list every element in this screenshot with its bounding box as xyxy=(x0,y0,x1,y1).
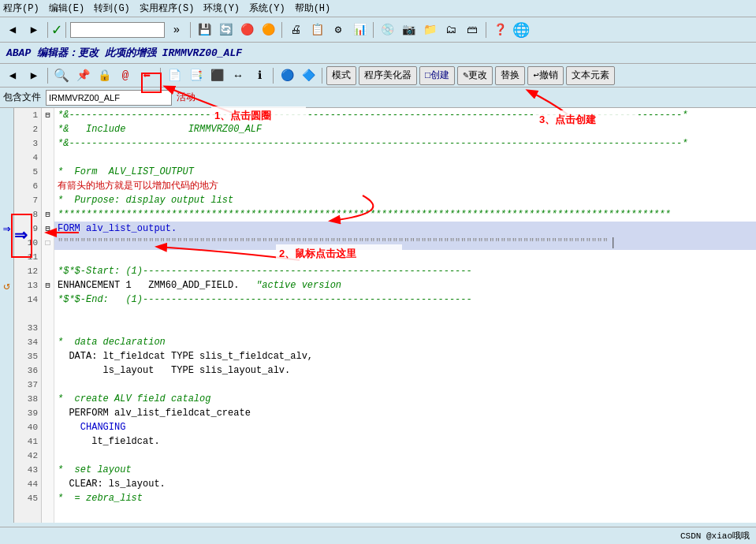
title-bar: ABAP 编辑器：更改 此项的增强 IRMMVRZ00_ALF xyxy=(0,43,756,64)
code-line-7: * Purpose: display output list xyxy=(54,193,756,207)
icon-btn-1[interactable]: 🔄 xyxy=(216,20,235,39)
code-line-12: *$*$-Start: (1)-------------------------… xyxy=(54,264,756,278)
code-line-34: * data declaration xyxy=(54,335,756,349)
file-bar: 包含文件 活动 xyxy=(0,88,756,108)
code-line-6: 有箭头的地方就是可以增加代码的地方 xyxy=(54,179,756,193)
icon-btn-12[interactable]: 🗃 xyxy=(463,20,482,39)
line-numbers: 1 2 3 4 5 6 7 8 9 10 11 12 13 14 33 34 3… xyxy=(14,108,42,523)
icon-btn-4[interactable]: 🖨 xyxy=(286,20,305,39)
icon-btn-e2[interactable]: 📑 xyxy=(186,66,205,85)
execution-arrow: ⇒ xyxy=(3,221,11,237)
icon-at[interactable]: @ xyxy=(116,66,135,85)
code-line-blank2 xyxy=(54,321,756,335)
expand-column: ⊟ ⊟ ⊟ □ ⊟ xyxy=(42,108,54,523)
code-line-9: FORM alv_list_output. xyxy=(54,222,756,236)
icon-btn-2[interactable]: 🔴 xyxy=(237,20,256,39)
code-line-5: * Form ALV_LIST_OUTPUT xyxy=(54,165,756,179)
code-line-3: *&--------------------------------------… xyxy=(54,136,756,151)
beautify-button[interactable]: 程序美化器 xyxy=(359,66,417,85)
code-line-37 xyxy=(54,378,756,392)
main-toolbar: ◀ ▶ ✓ » 💾 🔄 🔴 🟠 🖨 📋 ⚙ 📊 💿 📷 📁 🗂 🗃 ❓ 🌐 xyxy=(0,17,756,43)
menu-item-env[interactable]: 环境(Y) xyxy=(203,2,240,15)
menu-item-utilities[interactable]: 实用程序(S) xyxy=(140,2,195,15)
menu-item-help[interactable]: 帮助(H) xyxy=(295,2,331,15)
icon-btn-10[interactable]: 📁 xyxy=(420,20,439,39)
nav-back[interactable]: ◀ xyxy=(3,66,22,85)
status-bar: CSDN @xiao哦哦 xyxy=(0,527,756,544)
code-line-43: * set layout xyxy=(54,463,756,477)
icon-btn-e6[interactable]: 🔵 xyxy=(277,66,296,85)
icon-btn-11[interactable]: 🗂 xyxy=(441,20,460,39)
nav-fwd[interactable]: ▶ xyxy=(24,66,43,85)
menu-item-system[interactable]: 系统(Y) xyxy=(249,2,285,15)
icon-btn-e7[interactable]: 🔷 xyxy=(299,66,318,85)
code-line-11 xyxy=(54,250,756,264)
icon-btn-14[interactable]: 🌐 xyxy=(512,20,531,39)
text-elem-button[interactable]: 文本元素 xyxy=(566,66,615,85)
back-button[interactable]: ◀ xyxy=(3,20,22,39)
code-line-1: *&--------------------------------------… xyxy=(54,108,756,122)
code-line-35: DATA: lt_fieldcat TYPE slis_t_fieldcat_a… xyxy=(54,349,756,363)
code-line-13: ENHANCEMENT 1 ZMM60_ADD_FIELD. "active v… xyxy=(54,278,756,292)
icon-bookmark[interactable]: 📌 xyxy=(73,66,92,85)
icon-btn-e4[interactable]: ↔ xyxy=(229,66,248,85)
code-line-44: CLEAR: ls_layout. xyxy=(54,477,756,491)
change-button[interactable]: ✎更改 xyxy=(457,66,493,85)
undo-button[interactable]: ↩撤销 xyxy=(527,66,563,85)
icon-btn-5[interactable]: 📋 xyxy=(307,20,326,39)
menu-item-program[interactable]: 程序(P) xyxy=(3,2,39,15)
menu-bar: 程序(P) 编辑(E) 转到(G) 实用程序(S) 环境(Y) 系统(Y) 帮助… xyxy=(0,0,756,17)
editor-container: ⇒ ↺ 1 2 3 4 5 6 7 8 9 10 11 12 13 14 33 … xyxy=(0,108,756,523)
icon-lock[interactable]: 🔒 xyxy=(95,66,114,85)
forward-button[interactable]: ▶ xyxy=(24,20,43,39)
file-label: 包含文件 xyxy=(3,91,41,104)
icon-btn-7[interactable]: 📊 xyxy=(350,20,369,39)
icon-pattern[interactable]: 🔍 xyxy=(52,66,71,85)
toolbar-input[interactable] xyxy=(70,22,165,38)
code-line-8: ****************************************… xyxy=(54,207,756,222)
icon-btn-e1[interactable]: 📄 xyxy=(165,66,184,85)
command-field[interactable] xyxy=(70,22,165,38)
menu-item-edit[interactable]: 编辑(E) xyxy=(49,2,85,15)
abap-toolbar: ◀ ▶ 🔍 📌 🔒 @ ⬅ 📄 📑 ⬛ ↔ ℹ 🔵 🔷 模式 程序美化器 □创建… xyxy=(0,64,756,88)
execute-button[interactable]: » xyxy=(167,20,186,39)
status-text: CSDN @xiao哦哦 xyxy=(680,530,750,542)
file-sublabel: 活动 xyxy=(177,91,196,104)
code-line-14: *$*$-End: (1)---------------------------… xyxy=(54,292,756,307)
icon-btn-13[interactable]: ❓ xyxy=(490,20,509,39)
code-line-2: *& Include IRMMVRZ00_ALF xyxy=(54,122,756,136)
code-line-39: PERFORM alv_list_fieldcat_create xyxy=(54,406,756,420)
code-line-4 xyxy=(54,151,756,165)
left-panel: ⇒ ↺ xyxy=(0,108,14,523)
file-input[interactable] xyxy=(46,90,172,106)
create-button[interactable]: □创建 xyxy=(419,66,455,85)
replace-button[interactable]: 替换 xyxy=(495,66,525,85)
title-text: ABAP 编辑器：更改 此项的增强 IRMMVRZ00_ALF xyxy=(6,47,242,59)
menu-item-goto[interactable]: 转到(G) xyxy=(94,2,130,15)
code-line-41: lt_fieldcat. xyxy=(54,434,756,449)
icon-btn-8[interactable]: 💿 xyxy=(378,20,397,39)
icon-btn-9[interactable]: 📷 xyxy=(399,20,418,39)
code-line-10: """"""""""""""""""""""""""""""""""""""""… xyxy=(54,236,756,250)
code-area[interactable]: *&--------------------------------------… xyxy=(54,108,756,523)
loop-icon: ↺ xyxy=(3,279,9,292)
icon-red-arrow[interactable]: ⬅ xyxy=(137,66,156,85)
icon-btn-6[interactable]: ⚙ xyxy=(329,20,348,39)
check-icon: ✓ xyxy=(52,20,61,39)
code-line-42 xyxy=(54,449,756,463)
code-line-38: * create ALV field catalog xyxy=(54,392,756,406)
icon-btn-3[interactable]: 🟠 xyxy=(259,20,277,39)
code-line-blank1 xyxy=(54,307,756,321)
code-line-40: CHANGING xyxy=(54,420,756,434)
code-line-36: ls_layout TYPE slis_layout_alv. xyxy=(54,363,756,378)
icon-btn-e3[interactable]: ⬛ xyxy=(207,66,226,85)
save-button[interactable]: 💾 xyxy=(195,20,214,39)
mode-button[interactable]: 模式 xyxy=(326,66,356,85)
code-line-45: * = zebra_list xyxy=(54,491,756,505)
icon-btn-e5[interactable]: ℹ xyxy=(250,66,269,85)
